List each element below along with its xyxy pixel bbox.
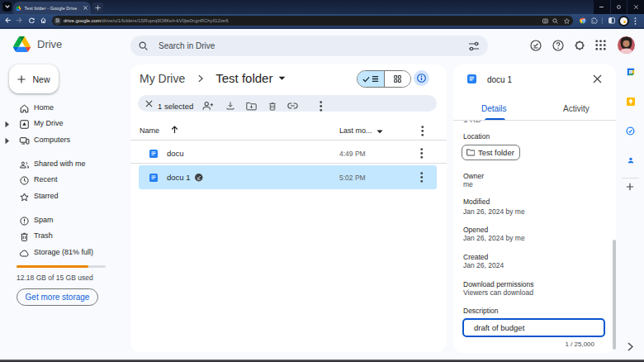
- svg-text:31: 31: [629, 70, 632, 74]
